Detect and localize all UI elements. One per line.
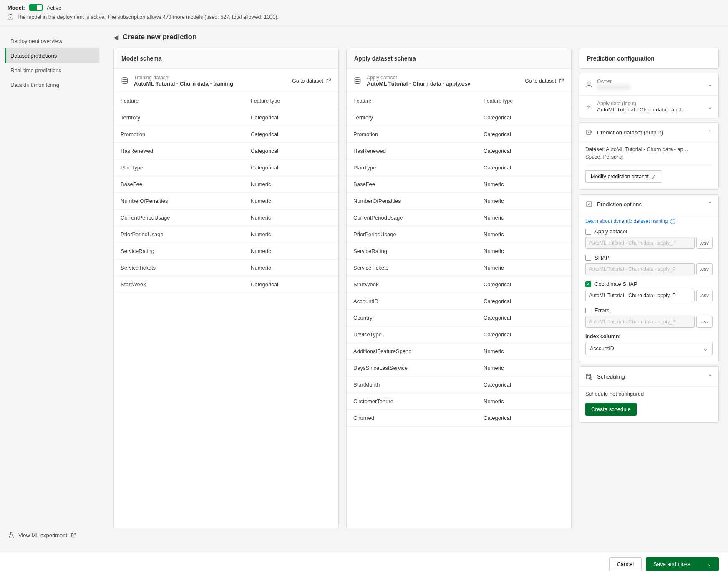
- ext-label: .csv: [696, 290, 713, 301]
- feature-cell: Promotion: [347, 126, 477, 143]
- table-row: ChurnedCategorical: [347, 410, 571, 427]
- create-schedule-button[interactable]: Create schedule: [585, 403, 637, 416]
- col-type: Feature type: [244, 93, 338, 109]
- options-icon: [585, 200, 593, 208]
- type-cell: Numeric: [477, 226, 571, 243]
- type-cell: Categorical: [244, 159, 338, 176]
- owner-label: Owner: [597, 78, 703, 84]
- feature-cell: Country: [347, 310, 477, 326]
- chevron-up-icon: ⌃: [708, 373, 713, 380]
- scheduling-title: Scheduling: [597, 374, 625, 380]
- info-text: The model in the deployment is active. T…: [17, 14, 279, 20]
- page-title: Create new prediction: [123, 33, 197, 41]
- ext-label: .csv: [696, 237, 713, 249]
- type-cell: Numeric: [477, 193, 571, 210]
- owner-value: [597, 84, 630, 90]
- index-column-value: AccountID: [590, 346, 614, 351]
- table-row: TerritoryCategorical: [114, 109, 338, 126]
- sidebar-item-dataset-predictions[interactable]: Dataset predictions: [5, 48, 99, 63]
- index-column-select[interactable]: AccountID ⌄: [585, 342, 713, 355]
- ext-label: .csv: [696, 316, 713, 328]
- goto-training-dataset[interactable]: Go to dataset: [292, 78, 332, 84]
- coordinate-shap-option-label: Coordinate SHAP: [594, 281, 637, 287]
- table-row: HasRenewedCategorical: [347, 143, 571, 159]
- model-label: Model:: [8, 5, 25, 11]
- table-row: CurrentPeriodUsageNumeric: [347, 210, 571, 226]
- scheduling-header[interactable]: Scheduling ⌃: [579, 367, 718, 386]
- type-cell: Numeric: [244, 193, 338, 210]
- goto-apply-dataset[interactable]: Go to dataset: [525, 78, 564, 84]
- type-cell: Categorical: [477, 109, 571, 126]
- learn-link-label: Learn about dynamic dataset naming: [585, 218, 668, 224]
- feature-cell: StartWeek: [114, 276, 244, 293]
- type-cell: Categorical: [477, 293, 571, 310]
- table-row: PriorPeriodUsageNumeric: [347, 226, 571, 243]
- feature-cell: Promotion: [114, 126, 244, 143]
- feature-cell: ServiceRating: [347, 243, 477, 260]
- apply-schema-table: Feature Feature type TerritoryCategorica…: [347, 93, 571, 427]
- scheduling-status: Schedule not configured: [585, 391, 713, 397]
- view-ml-experiment-label: View ML experiment: [18, 532, 67, 538]
- type-cell: Categorical: [477, 310, 571, 326]
- feature-cell: NumberOfPenalties: [114, 193, 244, 210]
- view-ml-experiment-link[interactable]: View ML experiment: [5, 527, 99, 543]
- feature-cell: StartWeek: [347, 276, 477, 293]
- pencil-icon: [651, 174, 657, 179]
- type-cell: Numeric: [477, 243, 571, 260]
- svg-rect-3: [587, 130, 590, 135]
- feature-cell: BaseFee: [114, 176, 244, 193]
- table-row: TerritoryCategorical: [347, 109, 571, 126]
- feature-cell: PlanType: [347, 159, 477, 176]
- table-row: PlanTypeCategorical: [347, 159, 571, 176]
- table-row: DeviceTypeCategorical: [347, 326, 571, 343]
- coordinate-shap-filename-input[interactable]: [585, 290, 695, 301]
- feature-cell: NumberOfPenalties: [347, 193, 477, 210]
- modify-prediction-dataset-button[interactable]: Modify prediction dataset: [585, 170, 662, 183]
- back-button[interactable]: ◀: [113, 33, 118, 41]
- apply-dataset-option-label: Apply dataset: [594, 228, 627, 235]
- type-cell: Categorical: [244, 126, 338, 143]
- shap-checkbox[interactable]: [585, 255, 591, 261]
- apply-data-row[interactable]: Apply data (input) AutoML Tutorial - Chu…: [579, 96, 718, 118]
- feature-cell: Territory: [347, 109, 477, 126]
- col-feature: Feature: [347, 93, 477, 109]
- type-cell: Numeric: [244, 226, 338, 243]
- info-icon: i: [670, 219, 675, 224]
- output-icon: [585, 129, 593, 136]
- table-row: PromotionCategorical: [114, 126, 338, 143]
- output-dataset-line: Dataset: AutoML Tutorial - Churn data - …: [585, 147, 713, 152]
- feature-cell: AdditionalFeatureSpend: [347, 343, 477, 360]
- feature-cell: CustomerTenure: [347, 393, 477, 410]
- database-icon: [353, 77, 362, 85]
- errors-checkbox[interactable]: [585, 308, 591, 313]
- prediction-options-header[interactable]: Prediction options ⌃: [579, 195, 718, 214]
- type-cell: Numeric: [244, 176, 338, 193]
- coordinate-shap-checkbox[interactable]: [585, 281, 591, 287]
- table-row: BaseFeeNumeric: [114, 176, 338, 193]
- type-cell: Categorical: [244, 276, 338, 293]
- model-schema-table: Feature Feature type TerritoryCategorica…: [114, 93, 338, 293]
- table-row: CountryCategorical: [347, 310, 571, 326]
- errors-filename-input: [585, 316, 695, 328]
- sidebar-item-data-drift-monitoring[interactable]: Data drift monitoring: [5, 78, 99, 92]
- sidebar-item-realtime-predictions[interactable]: Real-time predictions: [5, 63, 99, 78]
- external-link-icon: [559, 78, 564, 84]
- chevron-up-icon: ⌃: [708, 201, 713, 207]
- model-toggle[interactable]: [29, 4, 43, 11]
- table-row: DaysSinceLastServiceNumeric: [347, 360, 571, 376]
- table-row: ServiceTicketsNumeric: [347, 260, 571, 276]
- owner-row[interactable]: Owner ⌄: [579, 73, 718, 96]
- table-row: AccountIDCategorical: [347, 293, 571, 310]
- table-row: NumberOfPenaltiesNumeric: [114, 193, 338, 210]
- chevron-up-icon: ⌃: [708, 129, 713, 136]
- type-cell: Categorical: [477, 326, 571, 343]
- apply-dataset-checkbox[interactable]: [585, 229, 591, 235]
- external-link-icon: [71, 532, 76, 538]
- prediction-dataset-header[interactable]: Prediction dataset (output) ⌃: [579, 123, 718, 142]
- chevron-down-icon: ⌄: [708, 81, 713, 88]
- apply-dataset-filename-input: [585, 237, 695, 249]
- type-cell: Categorical: [477, 143, 571, 159]
- sidebar-item-deployment-overview[interactable]: Deployment overview: [5, 34, 99, 48]
- shap-filename-input: [585, 263, 695, 275]
- learn-link[interactable]: Learn about dynamic dataset naming i: [585, 218, 713, 224]
